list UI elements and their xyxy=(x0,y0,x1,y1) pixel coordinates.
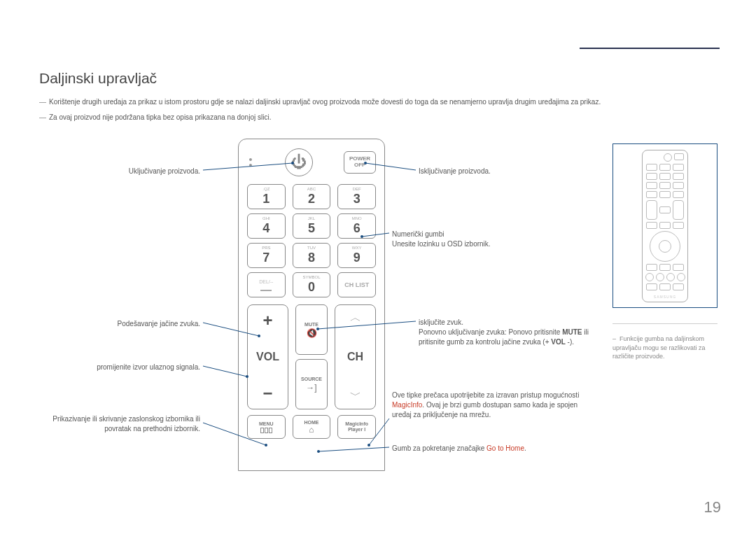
note-1-text: Korištenje drugih uređaja za prikaz u is… xyxy=(49,98,601,106)
callout-mute-a: isključite zvuk. xyxy=(419,318,463,326)
num-0-main: 0 xyxy=(308,280,315,295)
callout-vol: Podešavanje jačine zvuka. xyxy=(39,319,200,329)
num-main: 3 xyxy=(354,192,360,206)
header-rule xyxy=(580,48,720,49)
vol-rocker: + VOL − xyxy=(247,304,288,409)
page-number: 19 xyxy=(704,498,721,517)
num-main: 6 xyxy=(354,221,360,236)
num-9-button: WXY9 xyxy=(337,243,376,268)
menu-label: MENU xyxy=(259,421,274,426)
source-icon: →] xyxy=(306,383,316,393)
num-8-button: TUV8 xyxy=(293,243,331,268)
num-sub: JKL xyxy=(308,216,315,220)
callout-menu: Prikazivanje ili skrivanje zaslonskog iz… xyxy=(39,414,200,434)
ch-label: CH xyxy=(347,351,363,363)
num-4-button: GHI4 xyxy=(247,213,286,239)
callout-num: Numerički gumbi Unesite lozinku u OSD iz… xyxy=(392,230,560,249)
note-1: ―Korištenje drugih uređaja za prikaz u i… xyxy=(39,98,601,106)
num-7-button: PRS7 xyxy=(247,243,286,268)
chlist-label: CH LIST xyxy=(344,281,369,288)
mini-dpad-icon xyxy=(650,231,680,262)
mini-remote-frame: SAMSUNG xyxy=(612,143,718,308)
num-main: 2 xyxy=(308,192,315,206)
del-button: DEL/-- xyxy=(247,272,286,297)
callout-power-on: Uključivanje proizvoda. xyxy=(39,167,200,176)
ch-down-icon: ﹀ xyxy=(350,388,361,403)
callout-mute: isključite zvuk. Ponovno uključivanje zv… xyxy=(419,318,594,347)
vol-plus-icon: + xyxy=(262,311,272,330)
num-main: 4 xyxy=(262,221,270,236)
del-label: DEL/-- xyxy=(259,279,273,284)
num-sub: ABC xyxy=(307,187,316,191)
mini-remote: SAMSUNG xyxy=(642,150,688,302)
callout-home-red: Go to Home xyxy=(486,444,524,452)
num-1-button: .QZ1 xyxy=(247,184,286,209)
callout-num-b: Unesite lozinku u OSD izbornik. xyxy=(392,240,491,248)
num-main: 1 xyxy=(262,192,270,206)
mute-label: MUTE xyxy=(304,322,318,327)
num-0-button: SYMBOL 0 xyxy=(293,272,331,297)
callout-home-pre: Gumb za pokretanje značajke xyxy=(392,444,486,452)
callout-power-off: Isključivanje proizvoda. xyxy=(419,167,587,176)
magic-bottom: Player I xyxy=(348,427,365,433)
menu-icon xyxy=(260,428,272,433)
magicinfo-button: MagicInfo Player I xyxy=(337,415,376,439)
chlist-button: CH LIST xyxy=(337,272,376,297)
separator-line xyxy=(612,323,718,324)
callout-mute-vol: VOL xyxy=(551,338,566,346)
callout-mute-mute: MUTE xyxy=(562,328,582,336)
num-main: 8 xyxy=(308,251,315,265)
vol-minus-icon: − xyxy=(262,384,272,403)
num-sub: GHI xyxy=(262,216,270,220)
note-2: ―Za ovaj proizvod nije podržana tipka be… xyxy=(39,113,271,121)
num-sub: DEF xyxy=(353,187,361,191)
num-2-button: ABC2 xyxy=(293,184,331,209)
power-off-label-bottom: OFF xyxy=(354,162,365,169)
mini-note: –Funkcije gumba na daljinskom upravljaču… xyxy=(612,335,718,361)
ch-up-icon: ︿ xyxy=(350,311,361,325)
callout-home: Gumb za pokretanje značajke Go to Home. xyxy=(392,444,581,454)
home-label: HOME xyxy=(304,420,318,425)
callout-magic-pre: Ove tipke prečaca upotrijebite za izrava… xyxy=(392,391,579,399)
source-label: SOURCE xyxy=(301,377,322,381)
callout-source: promijenite izvor ulaznog signala. xyxy=(39,363,200,372)
ch-rocker: ︿ CH ﹀ xyxy=(335,304,376,409)
vol-label: VOL xyxy=(256,351,279,363)
num-5-button: JKL5 xyxy=(293,213,331,239)
mini-brand: SAMSUNG xyxy=(646,295,684,299)
callout-magic-red: MagicInfo xyxy=(392,401,422,409)
ir-led-icon: •• xyxy=(247,157,254,168)
mute-icon: 🔇 xyxy=(307,328,317,338)
magic-top: MagicInfo xyxy=(345,421,368,427)
power-icon: ⏻ xyxy=(291,153,307,171)
num-sub: TUV xyxy=(307,246,316,250)
page-title: Daljinski upravljač xyxy=(39,70,157,87)
callout-num-a: Numerički gumbi xyxy=(392,230,444,238)
remote-diagram: •• ⏻ POWER OFF .QZ1ABC2DEF3GHI4JKL5MNO6P… xyxy=(238,139,385,471)
num-sub: .QZ xyxy=(262,187,270,191)
symbol-label: SYMBOL xyxy=(302,275,320,279)
num-sub: MNO xyxy=(352,216,362,220)
num-main: 7 xyxy=(262,251,270,265)
num-main: 5 xyxy=(308,221,315,236)
note-2-text: Za ovaj proizvod nije podržana tipka bez… xyxy=(49,113,271,121)
callout-mute-post: -). xyxy=(566,338,574,346)
power-on-button: ⏻ xyxy=(285,148,313,176)
num-sub: PRS xyxy=(262,246,270,250)
num-6-button: MNO6 xyxy=(337,213,376,239)
home-icon: ⌂ xyxy=(309,425,314,435)
menu-button: MENU xyxy=(247,415,286,439)
home-button: HOME ⌂ xyxy=(293,415,331,439)
callout-mute-pre: Ponovno uključivanje zvuka: Ponovo priti… xyxy=(419,328,562,336)
num-3-button: DEF3 xyxy=(337,184,376,209)
dash-icon xyxy=(260,290,272,291)
num-sub: WXY xyxy=(352,246,362,250)
mute-button: MUTE 🔇 xyxy=(295,304,328,355)
callout-magicinfo: Ove tipke prečaca upotrijebite za izrava… xyxy=(392,391,581,420)
source-button: SOURCE →] xyxy=(295,359,328,409)
mini-note-text: Funkcije gumba na daljinskom upravljaču … xyxy=(612,335,706,360)
power-off-button: POWER OFF xyxy=(344,151,376,174)
num-main: 9 xyxy=(354,251,360,265)
